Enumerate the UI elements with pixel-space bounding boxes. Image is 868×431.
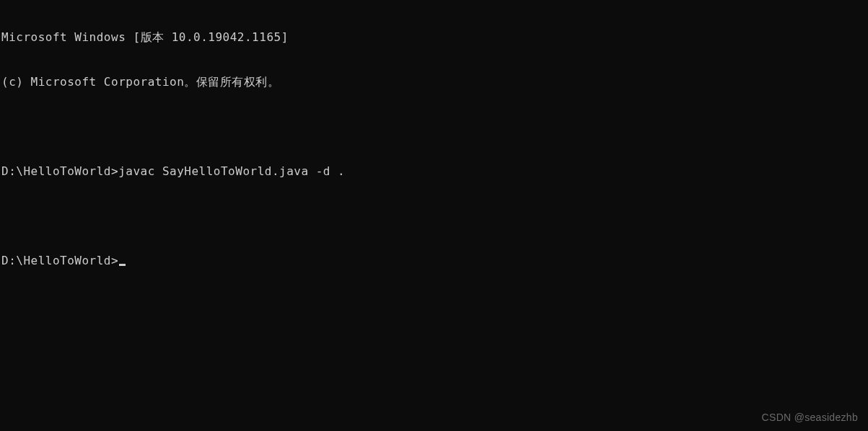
terminal-output[interactable]: Microsoft Windows [版本 10.0.19042.1165] (…	[0, 0, 868, 284]
command-line-1: D:\HelloToWorld>javac SayHelloToWorld.ja…	[1, 164, 867, 179]
command-text: javac SayHelloToWorld.java -d .	[118, 164, 345, 179]
prompt-path: D:\HelloToWorld>	[1, 164, 118, 179]
header-version-line: Microsoft Windows [版本 10.0.19042.1165]	[1, 30, 867, 45]
prompt-path: D:\HelloToWorld>	[1, 254, 118, 269]
blank-line	[1, 209, 867, 223]
cursor-icon	[119, 264, 126, 266]
command-line-2[interactable]: D:\HelloToWorld>	[1, 254, 867, 269]
blank-line	[1, 120, 867, 134]
watermark-text: CSDN @seasidezhb	[762, 411, 858, 424]
header-copyright-line: (c) Microsoft Corporation。保留所有权利。	[1, 75, 867, 90]
